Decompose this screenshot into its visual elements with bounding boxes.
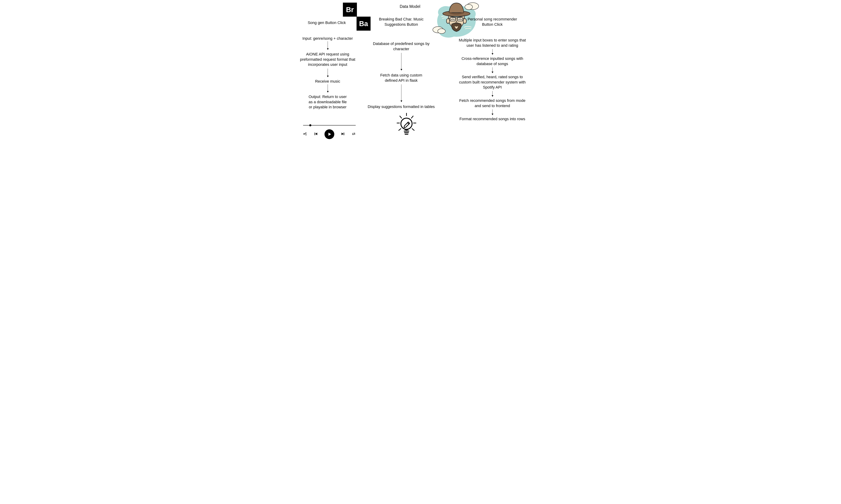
prev-track-icon[interactable] [313, 131, 318, 137]
lightbulb-icon [396, 113, 417, 138]
logo-tile-top: Br [343, 3, 357, 17]
col1-step-2: AiONE API request using preformatted req… [299, 52, 356, 67]
svg-point-9 [446, 19, 450, 23]
col2-step-1: Database of predefined songs by characte… [372, 41, 431, 51]
col3-step-1: Multiple input boxes to enter songs that… [456, 38, 529, 48]
player-progress-track[interactable] [303, 125, 356, 125]
col1-step-3: Receive music [308, 79, 347, 84]
col1-heading: Song gen Button Click [305, 20, 349, 25]
col3-step-4: Fetch recommended songs from mode and se… [456, 98, 529, 108]
svg-line-21 [399, 129, 401, 130]
col2-heading: Breaking Bad Char. Music Suggestions But… [373, 17, 429, 27]
col2-step-2: Fetch data using custom defined API in f… [375, 73, 428, 83]
play-button[interactable] [325, 129, 334, 139]
col3-arrow-3 [492, 91, 493, 96]
col3-step-3: Send verified, heard, rated songs to cus… [457, 74, 527, 90]
col3-heading: Personal song recommender Button Click [463, 17, 522, 27]
svg-point-7 [438, 29, 445, 34]
col3-step-2: Cross-reference inputted songs with data… [459, 56, 526, 66]
col2-arrow-2 [401, 84, 401, 102]
svg-line-18 [411, 116, 413, 118]
col3-arrow-4 [492, 109, 493, 115]
col3-step-5: Format recommended songs into rows [456, 116, 529, 122]
next-track-icon[interactable] [341, 131, 345, 137]
svg-point-5 [465, 4, 473, 10]
col3-arrow-1 [492, 49, 493, 55]
repeat-icon[interactable] [352, 132, 356, 137]
page-title: Data Model [393, 4, 428, 9]
col3-arrow-2 [492, 67, 493, 73]
svg-line-17 [400, 116, 401, 118]
col1-step-1: Input: genre/song + character [298, 36, 357, 41]
shuffle-icon[interactable] [303, 132, 307, 137]
diagram-canvas: Data Model Br Ba [298, 0, 543, 152]
svg-line-22 [412, 129, 414, 130]
music-player [303, 125, 356, 139]
col1-step-4: Output: Return to user as a downloadable… [308, 94, 348, 110]
logo-tile-bottom: Ba [357, 17, 371, 31]
col2-step-3: Display suggestions formatted in tables [364, 104, 438, 109]
col2-arrow-1 [401, 53, 401, 70]
player-progress-thumb[interactable] [309, 124, 311, 126]
